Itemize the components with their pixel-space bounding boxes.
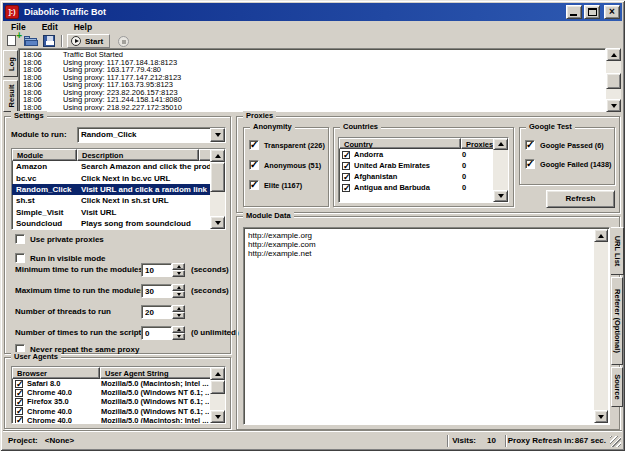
max-time-input[interactable] bbox=[141, 284, 172, 298]
table-row[interactable]: Firefox 35.0Mozilla/5.0 (Windows NT 6.1;… bbox=[12, 397, 212, 406]
table-row[interactable]: bc.vcClick Next in bc.vc URL bbox=[12, 172, 212, 183]
start-button[interactable]: Start bbox=[67, 34, 110, 48]
title-bar[interactable]: ]:) Diabolic Traffic Bot × bbox=[3, 3, 622, 21]
elite-checkbox[interactable]: Elite (1167) bbox=[249, 179, 302, 191]
col-ua-string[interactable]: User Agent String bbox=[100, 367, 212, 379]
spin-down-icon[interactable] bbox=[172, 291, 185, 298]
spin-down-icon[interactable] bbox=[172, 333, 185, 340]
checkbox-icon[interactable] bbox=[342, 151, 350, 159]
table-row[interactable]: Antigua and Barbuda0 bbox=[339, 182, 495, 193]
scrollbar-thumb[interactable] bbox=[210, 380, 225, 394]
use-private-proxies-checkbox[interactable]: Use private proxies bbox=[15, 233, 104, 245]
combo-dropdown-button[interactable] bbox=[210, 128, 225, 142]
table-row[interactable]: Afghanistan0 bbox=[339, 171, 495, 182]
spin-up-icon[interactable] bbox=[172, 284, 185, 291]
table-row[interactable]: sh.stClick Next in sh.st URL bbox=[12, 195, 212, 206]
scroll-down-icon[interactable] bbox=[210, 216, 225, 229]
scrollbar-thumb[interactable] bbox=[606, 73, 621, 89]
scroll-down-icon[interactable] bbox=[606, 99, 621, 112]
table-row[interactable]: Chrome 40.0Mozilla/5.0 (Windows NT 6.1; … bbox=[12, 407, 212, 416]
spinner-buttons[interactable] bbox=[172, 305, 185, 319]
resize-grip[interactable] bbox=[610, 436, 621, 447]
spinner-buttons[interactable] bbox=[172, 263, 185, 277]
tab-referer[interactable]: Referer (Optional) bbox=[611, 277, 623, 365]
table-row[interactable]: Simple_VisitVisit URL bbox=[12, 207, 212, 218]
minimize-button[interactable] bbox=[566, 5, 582, 19]
checkbox-icon[interactable] bbox=[249, 160, 259, 170]
tab-result[interactable]: Result bbox=[3, 80, 18, 112]
tab-url-list[interactable]: URL List bbox=[611, 227, 624, 275]
scroll-up-icon[interactable] bbox=[594, 229, 608, 242]
checkbox-icon[interactable] bbox=[15, 389, 23, 397]
scroll-down-icon[interactable] bbox=[493, 190, 508, 202]
scroll-up-icon[interactable] bbox=[210, 149, 225, 162]
scroll-down-icon[interactable] bbox=[210, 410, 225, 423]
checkbox-icon[interactable] bbox=[15, 416, 23, 424]
countries-scrollbar[interactable] bbox=[493, 138, 508, 202]
checkbox-icon[interactable] bbox=[15, 234, 25, 244]
table-row[interactable]: Chrome 40.0Mozilla/5.0 (Windows NT 6.1; … bbox=[12, 388, 212, 397]
spinner-buttons[interactable] bbox=[172, 326, 185, 340]
checkbox-icon[interactable] bbox=[342, 184, 350, 192]
new-project-button[interactable]: + bbox=[5, 34, 21, 48]
log-view[interactable]: 18:06Traffic Bot Started 18:06Using prox… bbox=[18, 48, 606, 112]
spin-up-icon[interactable] bbox=[172, 263, 185, 270]
checkbox-icon[interactable] bbox=[249, 180, 259, 190]
table-row[interactable]: Andorra0 bbox=[339, 149, 495, 160]
col-country[interactable]: Country bbox=[339, 138, 461, 149]
table-row[interactable]: Chrome 40.0Mozilla/5.0 (Macintosh; Intel… bbox=[12, 416, 212, 424]
spin-up-icon[interactable] bbox=[172, 326, 185, 333]
checkbox-icon[interactable] bbox=[15, 253, 25, 263]
checkbox-icon[interactable] bbox=[342, 173, 350, 181]
close-button[interactable]: × bbox=[604, 5, 620, 19]
scrollbar-thumb[interactable] bbox=[210, 162, 225, 192]
spin-up-icon[interactable] bbox=[172, 305, 185, 312]
tab-log[interactable]: Log bbox=[3, 50, 18, 77]
open-project-button[interactable] bbox=[23, 34, 39, 48]
transparent-checkbox[interactable]: Transparent (226) bbox=[249, 139, 325, 151]
threads-input[interactable] bbox=[141, 305, 172, 319]
table-row[interactable]: AmazonSearch Amazon and click the prod..… bbox=[12, 161, 212, 172]
user-agents-scrollbar[interactable] bbox=[210, 367, 225, 423]
checkbox-icon[interactable] bbox=[525, 140, 535, 150]
tab-source[interactable]: Source bbox=[611, 367, 623, 407]
min-time-input[interactable] bbox=[141, 263, 172, 277]
col-description[interactable]: Description bbox=[77, 149, 199, 161]
col-proxies[interactable]: Proxies bbox=[461, 138, 495, 149]
countries-table[interactable]: Country Proxies Andorra0 United Arab Emi… bbox=[338, 137, 509, 203]
checkbox-icon[interactable] bbox=[15, 380, 23, 388]
save-project-button[interactable] bbox=[41, 34, 57, 48]
module-table-scrollbar[interactable] bbox=[210, 149, 225, 229]
table-row-selected[interactable]: Random_ClickVisit URL and click a random… bbox=[12, 184, 212, 195]
col-browser[interactable]: Browser bbox=[12, 367, 100, 379]
checkbox-icon[interactable] bbox=[525, 159, 535, 169]
scroll-down-icon[interactable] bbox=[594, 410, 608, 423]
col-module[interactable]: Module bbox=[12, 149, 77, 161]
table-row[interactable]: United Arab Emirates0 bbox=[339, 160, 495, 171]
anonymous-checkbox[interactable]: Anonymous (51) bbox=[249, 159, 321, 171]
spin-down-icon[interactable] bbox=[172, 270, 185, 277]
table-row[interactable]: SoundcloudPlays song from soundcloud bbox=[12, 218, 212, 229]
menu-edit[interactable]: Edit bbox=[34, 21, 66, 34]
google-failed-checkbox[interactable]: Google Failed (1438) bbox=[525, 158, 611, 170]
spin-down-icon[interactable] bbox=[172, 312, 185, 319]
maximize-button[interactable] bbox=[584, 5, 600, 19]
google-passed-checkbox[interactable]: Google Passed (6) bbox=[525, 139, 604, 151]
table-row[interactable]: Safari 8.0Mozilla/5.0 (Macintosh; Intel … bbox=[12, 379, 212, 388]
refresh-button[interactable]: Refresh bbox=[546, 190, 615, 208]
times-input[interactable] bbox=[141, 326, 172, 340]
scroll-up-icon[interactable] bbox=[493, 138, 508, 150]
checkbox-icon[interactable] bbox=[15, 398, 23, 406]
checkbox-icon[interactable] bbox=[342, 162, 350, 170]
checkbox-icon[interactable] bbox=[249, 140, 259, 150]
scroll-up-icon[interactable] bbox=[210, 367, 225, 380]
user-agents-table[interactable]: Browser User Agent String Safari 8.0Mozi… bbox=[11, 366, 226, 424]
module-table[interactable]: Module Description AmazonSearch Amazon a… bbox=[11, 148, 226, 230]
stop-button[interactable] bbox=[118, 36, 129, 47]
spinner-buttons[interactable] bbox=[172, 284, 185, 298]
menu-help[interactable]: Help bbox=[66, 21, 100, 34]
log-scrollbar[interactable] bbox=[606, 48, 621, 112]
scroll-up-icon[interactable] bbox=[606, 48, 621, 61]
url-list-textarea[interactable]: http://example.org http://example.com ht… bbox=[245, 229, 595, 423]
module-to-run-select[interactable]: Random_Click bbox=[77, 127, 226, 143]
